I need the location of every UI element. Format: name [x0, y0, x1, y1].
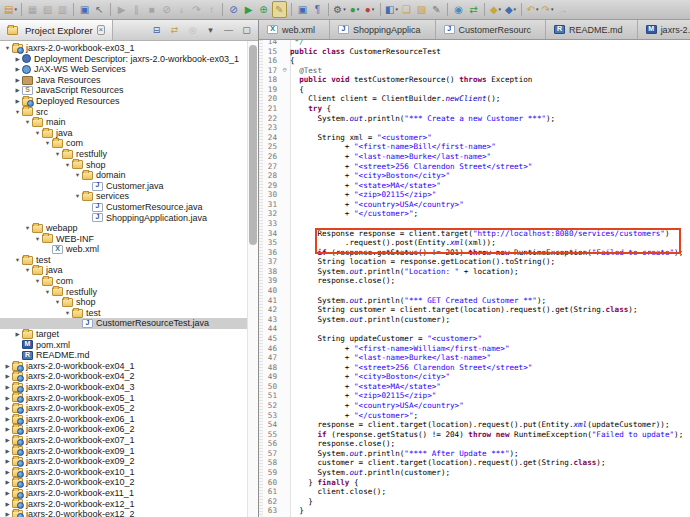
expanded-arrow-icon[interactable]: ▼ — [13, 107, 22, 118]
tree-item-webapp[interactable]: ▼webapp — [0, 223, 258, 234]
tree-item-shop[interactable]: ▼shop — [0, 160, 258, 171]
editor-tab-customerresourc[interactable]: CustomerResourc — [436, 20, 547, 39]
highlight-brush-icon[interactable]: ✎ — [272, 1, 287, 18]
terminate-icon[interactable]: ■ — [145, 2, 158, 17]
collapsed-arrow-icon[interactable]: ▶ — [13, 54, 22, 65]
collapse-all-icon[interactable]: ⊟ — [151, 23, 162, 38]
editor-tab-shoppingapplica[interactable]: ShoppingApplica — [330, 20, 436, 39]
project-explorer-tab[interactable]: Project Explorer × — [0, 20, 113, 40]
tree-item-target[interactable]: ▶target — [0, 329, 258, 340]
tree-item-jaxrs-2-0-workbook-ex03-1[interactable]: ▼jaxrs-2.0-workbook-ex03_1 — [0, 43, 258, 54]
tree-item-jaxrs-2-0-workbook-ex05-1[interactable]: ▶jaxrs-2.0-workbook-ex05_1 — [0, 393, 258, 404]
tree-item-src[interactable]: ▼src — [0, 107, 258, 118]
print-icon[interactable]: ▥ — [56, 2, 69, 17]
dropdown-arrow-icon[interactable]: ▾ — [372, 2, 375, 17]
dropdown-arrow-icon[interactable]: ▾ — [395, 2, 398, 17]
tree-item-jaxrs-2-0-workbook-ex04-2[interactable]: ▶jaxrs-2.0-workbook-ex04_2 — [0, 371, 258, 382]
pin-icon[interactable]: ◆▾ — [489, 2, 502, 17]
tree-item-jaxrs-2-0-workbook-ex12-1[interactable]: ▶jaxrs-2.0-workbook-ex12_1 — [0, 499, 258, 510]
focus-task-icon[interactable]: ◎ — [187, 23, 198, 38]
expanded-arrow-icon[interactable]: ▼ — [73, 191, 82, 202]
collapsed-arrow-icon[interactable]: ▶ — [3, 456, 12, 467]
collapsed-arrow-icon[interactable]: ▶ — [13, 96, 22, 107]
tree-item-com[interactable]: ▼com — [0, 276, 258, 287]
editor-tab-web-xml[interactable]: web.xml — [259, 20, 330, 39]
dropdown-arrow-icon[interactable]: ▾ — [514, 2, 517, 17]
step-return-icon[interactable]: ↑ — [205, 2, 218, 17]
expanded-arrow-icon[interactable]: ▼ — [23, 265, 32, 276]
tree-item-web-xml[interactable]: web.xml — [0, 244, 258, 255]
select-element-icon[interactable]: ↖ — [93, 2, 106, 17]
tree-scrollbar[interactable] — [247, 41, 258, 517]
back-icon[interactable]: ↶▾ — [526, 2, 539, 17]
tree-item-services[interactable]: ▼services — [0, 191, 258, 202]
open-console-icon[interactable]: ▣ — [78, 2, 91, 17]
new-wizard-icon[interactable]: ▤▾ — [4, 2, 17, 17]
tree-item-web-inf[interactable]: ▼WEB-INF — [0, 234, 258, 245]
tree-item-jaxrs-2-0-workbook-ex07-1[interactable]: ▶jaxrs-2.0-workbook-ex07_1 — [0, 435, 258, 446]
collapsed-arrow-icon[interactable]: ▶ — [3, 509, 12, 517]
collapsed-arrow-icon[interactable]: ▶ — [3, 414, 12, 425]
tree-item-test[interactable]: ▼test — [0, 308, 258, 319]
tree-scrollbar-thumb[interactable] — [249, 45, 257, 245]
skip-breakpoints-icon[interactable]: ⊘ — [227, 2, 240, 17]
collapsed-arrow-icon[interactable]: ▶ — [3, 446, 12, 457]
collapsed-arrow-icon[interactable]: ▶ — [3, 393, 12, 404]
tree-item-deployment-descriptor-jaxrs-2-0-workbook-ex03-1[interactable]: ▶Deployment Descriptor: jaxrs-2.0-workbo… — [0, 54, 258, 65]
collapsed-arrow-icon[interactable]: ▶ — [3, 382, 12, 393]
expanded-arrow-icon[interactable]: ▼ — [33, 128, 42, 139]
fold-collapse-icon[interactable]: ⊖ — [279, 66, 290, 76]
tree-item-com[interactable]: ▼com — [0, 138, 258, 149]
expanded-arrow-icon[interactable]: ▼ — [43, 138, 52, 149]
tree-item-shop[interactable]: ▼shop — [0, 297, 258, 308]
tree-item-customer-java[interactable]: Customer.java — [0, 181, 258, 192]
dropdown-arrow-icon[interactable]: ▾ — [343, 2, 346, 17]
tree-item-shoppingapplication-java[interactable]: ShoppingApplication.java — [0, 213, 258, 224]
synchronize-icon[interactable]: ⇄ — [467, 2, 480, 17]
show-whitespace-icon[interactable]: ¶ — [311, 2, 324, 17]
expanded-arrow-icon[interactable]: ▼ — [43, 287, 52, 298]
expanded-arrow-icon[interactable]: ▼ — [33, 234, 42, 245]
forward-icon[interactable]: ↷▾ — [541, 2, 554, 17]
expanded-arrow-icon[interactable]: ▼ — [73, 170, 82, 181]
editor-tab-jaxrs-2-0-workb[interactable]: jaxrs-2.0-workb — [638, 20, 690, 39]
expanded-arrow-icon[interactable]: ▼ — [13, 255, 22, 266]
collapsed-arrow-icon[interactable]: ▶ — [3, 477, 12, 488]
collapsed-arrow-icon[interactable]: ▶ — [3, 488, 12, 499]
collapsed-arrow-icon[interactable]: ▶ — [3, 499, 12, 510]
tree-item-jaxrs-2-0-workbook-ex10-2[interactable]: ▶jaxrs-2.0-workbook-ex10_2 — [0, 477, 258, 488]
plug-icon[interactable]: ⊕ — [257, 2, 270, 17]
expanded-arrow-icon[interactable]: ▼ — [3, 43, 12, 54]
tree-item-jax-ws-web-services[interactable]: ▶JAX-WS Web Services — [0, 64, 258, 75]
tree-item-jaxrs-2-0-workbook-ex10-1[interactable]: ▶jaxrs-2.0-workbook-ex10_1 — [0, 467, 258, 478]
tree-item-pom-xml[interactable]: pom.xml — [0, 340, 258, 351]
tree-item-customerresource-java[interactable]: CustomerResource.java — [0, 202, 258, 213]
search-icon[interactable]: ◆▾ — [504, 2, 517, 17]
code-editor[interactable]: 14 */15public class CustomerResourceTest… — [259, 40, 690, 517]
tree-item-jaxrs-2-0-workbook-ex11-1[interactable]: ▶jaxrs-2.0-workbook-ex11_1 — [0, 488, 258, 499]
tree-item-test[interactable]: ▼test — [0, 255, 258, 266]
dropdown-arrow-icon[interactable]: ▾ — [14, 2, 17, 17]
expanded-arrow-icon[interactable]: ▼ — [53, 149, 62, 160]
collapsed-arrow-icon[interactable]: ▶ — [3, 403, 12, 414]
expanded-arrow-icon[interactable]: ▼ — [53, 297, 62, 308]
import-icon[interactable]: ▨ — [415, 2, 428, 17]
collapsed-arrow-icon[interactable]: ▶ — [13, 75, 22, 86]
dropdown-arrow-icon[interactable]: ▾ — [536, 2, 539, 17]
tree-item-jaxrs-2-0-workbook-ex04-3[interactable]: ▶jaxrs-2.0-workbook-ex04_3 — [0, 382, 258, 393]
expanded-arrow-icon[interactable]: ▼ — [23, 117, 32, 128]
run-icon[interactable]: ●▾ — [348, 2, 361, 17]
dropdown-arrow-icon[interactable]: ▾ — [357, 2, 360, 17]
tree-item-jaxrs-2-0-workbook-ex06-1[interactable]: ▶jaxrs-2.0-workbook-ex06_1 — [0, 414, 258, 425]
dropdown-arrow-icon[interactable]: ▾ — [499, 2, 502, 17]
link-with-editor-icon[interactable]: ⇄ — [169, 23, 180, 38]
coverage-icon[interactable]: ◧▾ — [385, 2, 398, 17]
open-resource-icon[interactable]: ❏ — [400, 2, 413, 17]
expanded-arrow-icon[interactable]: ▼ — [63, 160, 72, 171]
maximize-icon[interactable]: ▢ — [241, 23, 252, 38]
last-edit-icon[interactable]: → — [556, 2, 569, 17]
collapsed-arrow-icon[interactable]: ▶ — [13, 85, 22, 96]
collapsed-arrow-icon[interactable]: ▶ — [13, 329, 22, 340]
annotate-icon[interactable]: ✎ — [430, 2, 443, 17]
expanded-arrow-icon[interactable]: ▼ — [33, 276, 42, 287]
